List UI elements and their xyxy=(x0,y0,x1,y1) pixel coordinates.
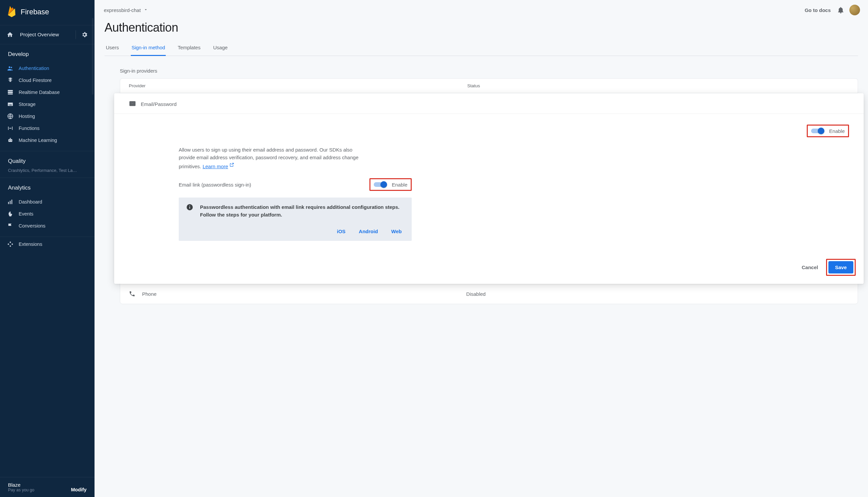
external-link-icon xyxy=(229,161,234,169)
svg-rect-17 xyxy=(11,200,12,204)
sidebar: Firebase Project Overview Develop Authen… xyxy=(0,0,94,497)
info-text: Passwordless authentication with email l… xyxy=(200,203,404,218)
page-header: Authentication Users Sign-in method Temp… xyxy=(94,18,868,56)
nav-label: Storage xyxy=(19,102,35,107)
save-button[interactable]: Save xyxy=(828,261,853,273)
tab-sign-in-method[interactable]: Sign-in method xyxy=(131,41,166,56)
provider-phone-row[interactable]: Phone Disabled xyxy=(120,284,858,304)
learn-more-link[interactable]: Learn more xyxy=(203,164,235,169)
mail-icon xyxy=(129,100,136,108)
notifications-bell-icon[interactable] xyxy=(837,6,845,14)
bar-chart-icon xyxy=(7,199,14,205)
header-provider: Provider xyxy=(129,83,467,88)
enable-email-link-toggle[interactable] xyxy=(374,181,387,188)
settings-gear-button[interactable] xyxy=(78,29,90,41)
nav-storage[interactable]: Storage xyxy=(0,98,94,110)
tab-usage[interactable]: Usage xyxy=(212,41,228,56)
extensions-icon xyxy=(7,241,14,247)
brand-name: Firebase xyxy=(21,8,49,16)
firebase-logo-block[interactable]: Firebase xyxy=(0,0,94,25)
project-picker[interactable]: expressbird-chat xyxy=(104,7,148,13)
nav-realtime-database[interactable]: Realtime Database xyxy=(0,86,94,98)
svg-rect-4 xyxy=(8,94,13,95)
nav-events[interactable]: Events xyxy=(0,208,94,220)
nav-label: Authentication xyxy=(19,66,49,71)
phone-icon xyxy=(129,290,138,297)
svg-point-10 xyxy=(11,128,11,129)
platform-ios-link[interactable]: iOS xyxy=(337,228,345,234)
nav-label: Functions xyxy=(19,126,40,131)
flag-icon xyxy=(7,223,14,229)
platform-web-link[interactable]: Web xyxy=(392,228,402,234)
storage-icon xyxy=(7,101,14,108)
analytics-nav: Dashboard Events Conversions xyxy=(0,195,94,237)
provider-description: Allow users to sign up using their email… xyxy=(129,146,362,170)
nav-functions[interactable]: Functions xyxy=(0,122,94,134)
enable-label-1: Enable xyxy=(829,128,845,134)
svg-rect-3 xyxy=(8,92,13,93)
enable-label-2: Enable xyxy=(392,182,407,187)
nav-authentication[interactable]: Authentication xyxy=(0,62,94,74)
svg-point-1 xyxy=(11,67,12,68)
robot-icon xyxy=(7,137,14,144)
info-box: Passwordless authentication with email l… xyxy=(179,198,412,241)
topbar: expressbird-chat Go to docs xyxy=(94,0,868,18)
chevron-down-icon xyxy=(144,7,148,13)
platform-links: iOS Android Web xyxy=(186,218,404,236)
section-quality-sub: Crashlytics, Performance, Test La… xyxy=(0,168,94,178)
plan-sub: Pay as you go xyxy=(8,488,34,492)
develop-nav: Authentication Cloud Firestore Realtime … xyxy=(0,61,94,151)
email-link-row: Email link (passwordless sign-in) Enable xyxy=(179,178,412,191)
nav-label: Hosting xyxy=(19,114,35,119)
nav-label: Dashboard xyxy=(19,199,42,204)
provider-name: Phone xyxy=(142,291,466,297)
nav-label: Cloud Firestore xyxy=(19,77,52,83)
svg-rect-2 xyxy=(8,90,13,91)
highlight-save: Save xyxy=(826,259,856,276)
nav-cloud-firestore[interactable]: Cloud Firestore xyxy=(0,74,94,86)
plan-modify-button[interactable]: Modify xyxy=(71,487,87,492)
svg-point-0 xyxy=(9,66,10,68)
content: Sign-in providers Provider Status Email/… xyxy=(94,56,868,317)
firebase-flame-icon xyxy=(7,5,17,19)
svg-rect-20 xyxy=(189,205,190,206)
svg-rect-16 xyxy=(10,201,11,204)
user-avatar[interactable] xyxy=(849,5,860,15)
tabs: Users Sign-in method Templates Usage xyxy=(104,41,858,56)
sidebar-footer: Blaze Pay as you go Modify xyxy=(0,477,94,497)
cancel-button[interactable]: Cancel xyxy=(798,262,821,273)
database-icon xyxy=(7,89,14,96)
svg-point-13 xyxy=(9,140,10,141)
section-quality-title[interactable]: Quality xyxy=(0,151,94,168)
svg-point-6 xyxy=(9,104,10,105)
section-develop-title[interactable]: Develop xyxy=(0,44,94,61)
expanded-head[interactable]: Email/Password xyxy=(114,93,864,114)
section-label: Sign-in providers xyxy=(104,68,858,74)
nav-dashboard[interactable]: Dashboard xyxy=(0,196,94,208)
people-icon xyxy=(7,65,14,72)
nav-conversions[interactable]: Conversions xyxy=(0,220,94,232)
highlight-enable-1: Enable xyxy=(807,125,849,137)
home-icon xyxy=(7,31,16,38)
nav-label: Conversions xyxy=(19,223,46,228)
firestore-icon xyxy=(7,77,14,84)
svg-point-14 xyxy=(11,140,11,141)
nav-extensions[interactable]: Extensions xyxy=(0,238,94,250)
enable-email-password-toggle[interactable] xyxy=(811,128,824,134)
project-name: expressbird-chat xyxy=(104,7,141,13)
tab-templates[interactable]: Templates xyxy=(177,41,201,56)
nav-machine-learning[interactable]: Machine Learning xyxy=(0,134,94,146)
email-link-label: Email link (passwordless sign-in) xyxy=(179,182,369,187)
svg-rect-12 xyxy=(10,138,11,139)
platform-android-link[interactable]: Android xyxy=(359,228,378,234)
project-overview-row[interactable]: Project Overview xyxy=(0,25,94,44)
nav-hosting[interactable]: Hosting xyxy=(0,110,94,122)
providers-header: Provider Status xyxy=(120,79,858,93)
svg-rect-15 xyxy=(8,202,9,204)
plan-name: Blaze xyxy=(8,482,34,488)
page-title: Authentication xyxy=(104,21,858,34)
section-analytics-title[interactable]: Analytics xyxy=(0,178,94,195)
globe-icon xyxy=(7,113,14,119)
go-to-docs-link[interactable]: Go to docs xyxy=(805,7,831,13)
tab-users[interactable]: Users xyxy=(105,41,119,56)
